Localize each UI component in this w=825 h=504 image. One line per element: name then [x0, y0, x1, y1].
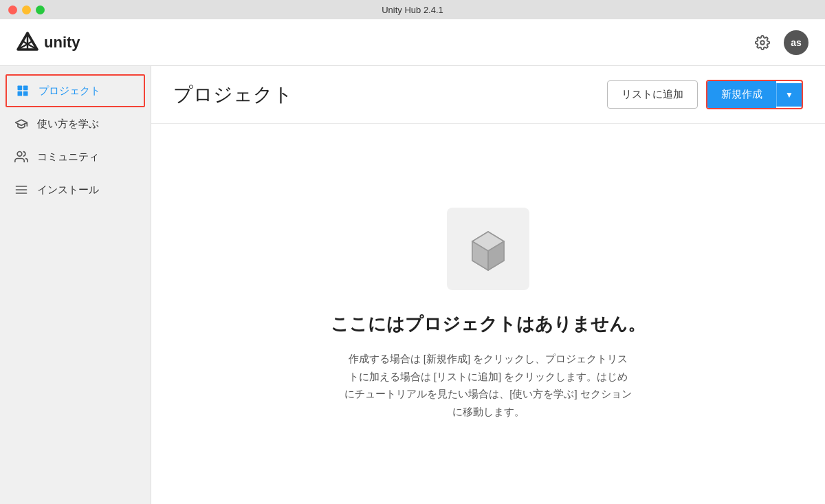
empty-state-description: 作成する場合は [新規作成] をクリックし、プロジェクトリストに加える場合は […: [344, 350, 632, 420]
sidebar-label-projects: プロジェクト: [38, 85, 100, 98]
unity-logo-icon: [16, 32, 38, 54]
sidebar-item-community[interactable]: コミュニティ: [0, 140, 151, 173]
new-project-button[interactable]: 新規作成: [707, 81, 776, 108]
content-actions: リストに追加 新規作成 ▼: [607, 80, 803, 109]
sidebar-item-learn[interactable]: 使い方を学ぶ: [0, 107, 151, 140]
page-title: プロジェクト: [173, 82, 293, 108]
logo: unity: [16, 32, 80, 54]
main-content: プロジェクト リストに追加 新規作成 ▼: [151, 66, 825, 504]
user-avatar[interactable]: as: [784, 30, 808, 55]
settings-button[interactable]: [755, 35, 770, 50]
new-project-dropdown-button[interactable]: ▼: [776, 83, 802, 107]
svg-rect-5: [18, 86, 23, 91]
content-header: プロジェクト リストに追加 新規作成 ▼: [151, 66, 825, 124]
sidebar-label-learn: 使い方を学ぶ: [37, 118, 99, 131]
svg-point-4: [760, 41, 764, 45]
logo-text: unity: [44, 34, 80, 52]
sidebar-label-community: コミュニティ: [37, 151, 99, 164]
learn-icon: [14, 117, 29, 131]
maximize-button[interactable]: [36, 6, 45, 14]
close-button[interactable]: [8, 6, 17, 14]
sidebar: プロジェクト 使い方を学ぶ コミュニティ: [0, 66, 151, 504]
main-layout: プロジェクト 使い方を学ぶ コミュニティ: [0, 66, 825, 504]
empty-icon-box: [447, 208, 529, 290]
project-icon: [15, 84, 30, 98]
add-to-list-button[interactable]: リストに追加: [607, 80, 698, 109]
window-controls[interactable]: [8, 6, 45, 14]
install-icon: [14, 183, 29, 197]
svg-rect-7: [18, 91, 23, 96]
sidebar-label-installs: インストール: [37, 184, 99, 197]
window-title: Unity Hub 2.4.1: [382, 5, 443, 15]
new-project-button-group: 新規作成 ▼: [706, 80, 803, 109]
minimize-button[interactable]: [22, 6, 31, 14]
community-icon: [14, 150, 29, 164]
sidebar-item-installs[interactable]: インストール: [0, 173, 151, 206]
chevron-down-icon: ▼: [785, 90, 793, 100]
cube-icon: [464, 225, 512, 273]
app-header: unity as: [0, 19, 825, 66]
svg-rect-8: [23, 91, 28, 96]
header-right: as: [755, 30, 808, 55]
empty-state-title: ここにはプロジェクトはありません。: [331, 312, 646, 336]
svg-rect-6: [23, 86, 28, 91]
sidebar-item-projects[interactable]: プロジェクト: [6, 74, 145, 107]
title-bar: Unity Hub 2.4.1: [0, 0, 825, 19]
svg-point-9: [17, 152, 22, 157]
empty-state: ここにはプロジェクトはありません。 作成する場合は [新規作成] をクリックし、…: [151, 124, 825, 504]
gear-icon: [755, 35, 770, 50]
